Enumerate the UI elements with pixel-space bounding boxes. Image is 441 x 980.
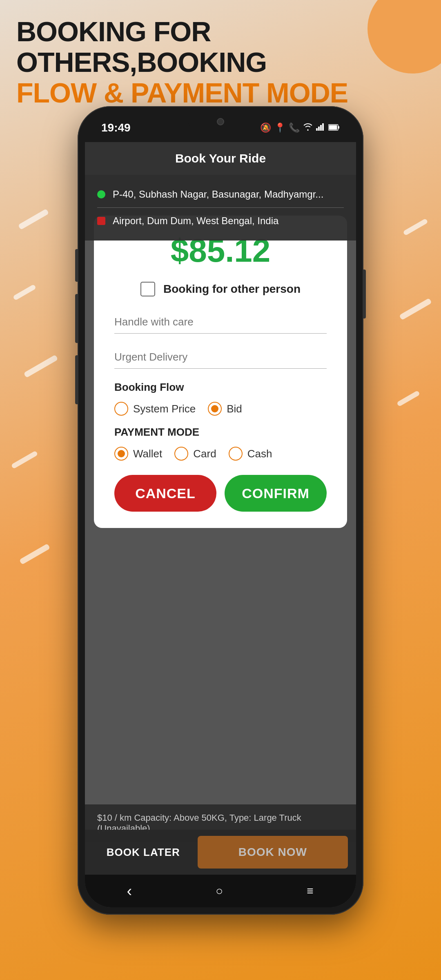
svg-rect-3 bbox=[322, 123, 324, 131]
deco-slash-5 bbox=[19, 543, 50, 565]
route-from-dot bbox=[97, 190, 105, 198]
radio-bid[interactable]: Bid bbox=[208, 402, 242, 416]
header-section: BOOKING FOR OTHERS,BOOKING FLOW & PAYMEN… bbox=[16, 16, 425, 108]
deco-slash-8 bbox=[396, 390, 420, 407]
booking-other-label: Booking for other person bbox=[163, 283, 301, 296]
payment-wallet-radio-inner bbox=[118, 450, 125, 457]
home-button[interactable]: ○ bbox=[216, 884, 223, 898]
svg-rect-1 bbox=[318, 127, 320, 131]
deco-slash-6 bbox=[403, 218, 428, 236]
payment-cash[interactable]: Cash bbox=[229, 447, 272, 461]
route-from-text: P-40, Subhash Nagar, Basunagar, Madhyamg… bbox=[113, 189, 323, 200]
urgent-delivery-input[interactable] bbox=[114, 346, 327, 369]
header-line2: FLOW & PAYMENT MODE bbox=[16, 78, 425, 108]
payment-row: Wallet Card Cash bbox=[114, 447, 327, 461]
route-to-text: Airport, Dum Dum, West Bengal, India bbox=[113, 215, 278, 227]
radio-system-outer[interactable] bbox=[114, 402, 128, 416]
confirm-button[interactable]: CONFIRM bbox=[225, 475, 327, 512]
deco-slash-1 bbox=[18, 209, 49, 230]
payment-card-label: Card bbox=[193, 448, 216, 460]
payment-mode-label: PAYMENT MODE bbox=[114, 426, 327, 439]
wifi-icon bbox=[303, 122, 313, 133]
route-to-dot bbox=[97, 217, 105, 225]
call-icon: 📞 bbox=[289, 122, 300, 133]
phone-button-left1 bbox=[75, 249, 78, 282]
system-nav-bar: ‹ ○ ≡ bbox=[85, 875, 356, 907]
front-camera bbox=[217, 118, 224, 125]
svg-rect-2 bbox=[320, 125, 322, 131]
back-button[interactable]: ‹ bbox=[127, 882, 132, 900]
route-from-item: P-40, Subhash Nagar, Basunagar, Madhyamg… bbox=[97, 183, 344, 206]
modal-buttons: CANCEL CONFIRM bbox=[114, 475, 327, 512]
payment-card[interactable]: Card bbox=[174, 447, 216, 461]
app-topbar: Book Your Ride bbox=[85, 142, 356, 175]
cancel-button[interactable]: CANCEL bbox=[114, 475, 216, 512]
status-time: 19:49 bbox=[101, 121, 131, 134]
route-to-item: Airport, Dum Dum, West Bengal, India bbox=[97, 209, 344, 232]
booking-flow-row: System Price Bid bbox=[114, 402, 327, 416]
payment-wallet-radio[interactable] bbox=[114, 447, 128, 461]
radio-bid-inner bbox=[211, 405, 218, 412]
app-title: Book Your Ride bbox=[175, 151, 266, 165]
phone-button-left3 bbox=[75, 355, 78, 404]
status-notch bbox=[188, 114, 253, 130]
deco-slash-2 bbox=[13, 284, 36, 301]
book-now-button[interactable]: BOOK NOW bbox=[198, 836, 348, 869]
radio-bid-label: Bid bbox=[227, 403, 242, 415]
battery-icon bbox=[328, 122, 340, 133]
status-icons: 🔕 📍 📞 bbox=[260, 122, 340, 133]
phone-device: 19:49 🔕 📍 📞 bbox=[78, 106, 363, 915]
route-area: P-40, Subhash Nagar, Basunagar, Madhyamg… bbox=[85, 175, 356, 241]
deco-slash-7 bbox=[399, 298, 432, 321]
recents-button[interactable]: ≡ bbox=[307, 884, 314, 898]
mute-icon: 🔕 bbox=[260, 122, 271, 133]
phone-button-left2 bbox=[75, 294, 78, 343]
radio-bid-outer[interactable] bbox=[208, 402, 222, 416]
header-line1: BOOKING FOR OTHERS,BOOKING bbox=[16, 16, 425, 78]
radio-system-price[interactable]: System Price bbox=[114, 402, 196, 416]
deco-slash-4 bbox=[11, 450, 38, 469]
payment-cash-radio[interactable] bbox=[229, 447, 243, 461]
payment-wallet-label: Wallet bbox=[133, 448, 162, 460]
booking-other-row[interactable]: Booking for other person bbox=[114, 282, 327, 296]
phone-outer: 19:49 🔕 📍 📞 bbox=[78, 106, 363, 915]
status-bar: 19:49 🔕 📍 📞 bbox=[85, 114, 356, 142]
booking-other-checkbox[interactable] bbox=[140, 282, 155, 296]
deco-slash-3 bbox=[24, 354, 58, 378]
payment-cash-label: Cash bbox=[247, 448, 272, 460]
app-screen: Book Your Ride P-40, Subhash Nagar, Basu… bbox=[85, 142, 356, 907]
book-later-button[interactable]: BOOK LATER bbox=[93, 836, 194, 869]
svg-rect-5 bbox=[338, 126, 339, 129]
svg-rect-6 bbox=[329, 125, 337, 130]
svg-rect-0 bbox=[316, 128, 318, 131]
book-buttons-row: BOOK LATER BOOK NOW bbox=[85, 830, 356, 875]
payment-wallet[interactable]: Wallet bbox=[114, 447, 162, 461]
booking-flow-label: Booking Flow bbox=[114, 381, 327, 394]
location-icon: 📍 bbox=[274, 122, 285, 133]
payment-card-radio[interactable] bbox=[174, 447, 188, 461]
radio-system-label: System Price bbox=[133, 403, 196, 415]
booking-modal: $85.12 Booking for other person Booking … bbox=[94, 216, 347, 528]
signal-icon bbox=[316, 122, 325, 133]
phone-power-button bbox=[363, 270, 366, 318]
handle-with-care-input[interactable] bbox=[114, 311, 327, 334]
phone-screen: 19:49 🔕 📍 📞 bbox=[85, 114, 356, 907]
